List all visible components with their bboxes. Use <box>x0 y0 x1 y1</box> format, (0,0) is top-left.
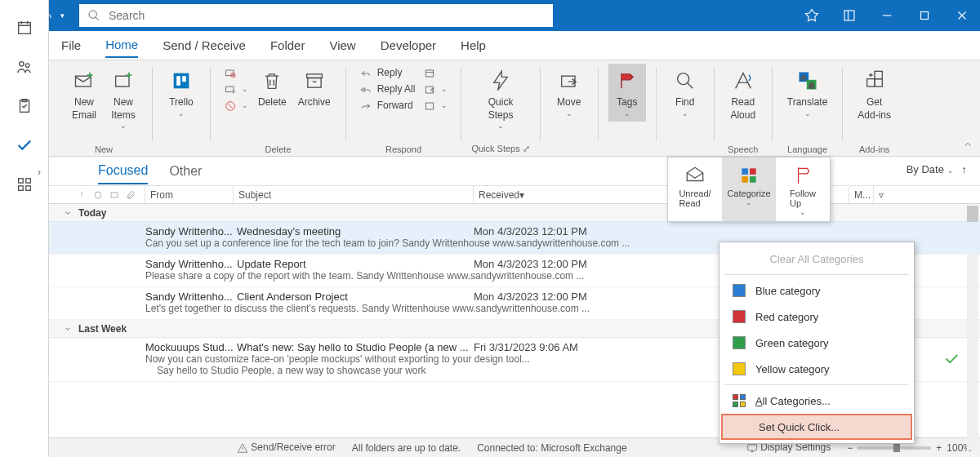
svg-rect-38 <box>750 168 756 175</box>
category-yellow[interactable]: Yellow category <box>719 356 914 382</box>
category-green[interactable]: Green category <box>719 330 914 356</box>
focused-other-tabs: Focused Other By Date ⌄ ↑ <box>49 157 980 186</box>
minimize-button[interactable] <box>869 0 905 31</box>
junk-button[interactable]: ⌄ <box>220 98 252 114</box>
svg-rect-37 <box>742 168 748 175</box>
ignore-button[interactable] <box>220 65 252 82</box>
new-items-button[interactable]: NewItems⌄ <box>105 64 142 135</box>
svg-rect-19 <box>226 87 234 92</box>
ribbon-tabs: File Home Send / Receive Folder View Dev… <box>0 31 980 60</box>
svg-point-35 <box>95 192 101 198</box>
svg-rect-41 <box>748 445 757 450</box>
title-bar: ▾ Search <box>0 0 980 31</box>
reply-all-button[interactable]: Reply All <box>356 82 419 98</box>
close-button[interactable] <box>944 0 980 31</box>
search-placeholder: Search <box>109 9 145 22</box>
group-addins-label: Add-ins <box>859 144 889 156</box>
col-subject[interactable]: Subject <box>234 186 474 203</box>
group-delete-label: Delete <box>265 144 291 156</box>
more-respond-button[interactable]: ⌄ <box>420 98 451 114</box>
search-box[interactable]: Search <box>79 4 553 27</box>
follow-up-button[interactable]: FollowUp⌄ <box>776 158 830 221</box>
group-today[interactable]: Today <box>49 204 980 222</box>
tab-developer[interactable]: Developer <box>381 33 436 57</box>
svg-text:A: A <box>800 73 806 82</box>
new-email-button[interactable]: NewEmail <box>65 64 103 125</box>
tab-other[interactable]: Other <box>169 159 202 184</box>
tab-focused[interactable]: Focused <box>98 158 148 184</box>
clean-up-button[interactable]: ⌄ <box>220 82 252 98</box>
ribbon: NewEmail NewItems⌄ New Trello⌄ ⌄ ⌄ <box>49 60 980 157</box>
group-quicksteps-label: Quick Steps ⤢ <box>471 144 529 156</box>
trello-button[interactable]: Trello⌄ <box>163 64 200 122</box>
svg-rect-36 <box>111 193 118 197</box>
svg-rect-22 <box>308 78 321 88</box>
importance-col-icon[interactable] <box>77 190 87 200</box>
group-speech-label: Speech <box>728 144 758 156</box>
svg-rect-24 <box>426 87 434 93</box>
svg-rect-33 <box>875 79 882 87</box>
expand-folder-pane-icon[interactable]: › <box>38 166 41 178</box>
tags-popup: Unread/Read Categorize⌄ FollowUp⌄ <box>667 157 831 222</box>
svg-text:あ: あ <box>808 82 815 89</box>
svg-rect-25 <box>426 103 434 109</box>
svg-rect-34 <box>875 71 882 78</box>
message-area: › Focused Other By Date ⌄ ↑ From Subject <box>49 157 980 437</box>
category-blue[interactable]: Blue category <box>719 277 914 304</box>
categorize-menu: Clear All Categories Blue category Red c… <box>719 242 915 444</box>
svg-rect-16 <box>182 76 186 82</box>
set-quick-click-item[interactable]: Set Quick Click... <box>721 414 912 440</box>
svg-rect-1 <box>844 11 854 20</box>
category-red[interactable]: Red category <box>719 304 914 330</box>
share-teams-button[interactable]: ⌄ <box>420 82 451 98</box>
icon-col-icon[interactable] <box>109 190 119 200</box>
nav-calendar-icon[interactable] <box>13 18 36 38</box>
tab-file[interactable]: File <box>61 33 81 57</box>
svg-rect-4 <box>18 23 30 34</box>
archive-button[interactable]: Archive <box>293 64 336 113</box>
tab-view[interactable]: View <box>329 33 355 57</box>
status-uptodate: All folders are up to date. <box>352 442 461 454</box>
reply-button[interactable]: Reply <box>356 65 419 82</box>
quick-steps-button[interactable]: QuickSteps⌄ <box>482 64 519 135</box>
read-aloud-button[interactable]: ReadAloud <box>724 64 762 125</box>
meeting-button[interactable] <box>420 65 451 82</box>
attachment-col-icon[interactable] <box>126 190 136 200</box>
tags-button[interactable]: Tags⌄ <box>608 64 646 122</box>
tab-home[interactable]: Home <box>105 33 138 58</box>
maximize-button[interactable] <box>906 0 942 31</box>
col-mentions[interactable]: M... <box>849 186 874 203</box>
svg-rect-15 <box>176 76 180 86</box>
categorize-button[interactable]: Categorize⌄ <box>722 158 776 221</box>
status-error[interactable]: Send/Receive error <box>237 441 336 454</box>
find-button[interactable]: Find⌄ <box>666 64 704 122</box>
col-from[interactable]: From <box>145 186 234 203</box>
all-categories-item[interactable]: All Categories... <box>719 388 914 414</box>
qat-dropdown-icon[interactable]: ▾ <box>60 11 65 20</box>
tab-folder[interactable]: Folder <box>270 33 305 57</box>
svg-rect-32 <box>866 79 874 87</box>
col-flag-icon[interactable]: ▿ <box>874 186 980 203</box>
premium-icon[interactable] <box>794 0 830 31</box>
svg-rect-40 <box>750 176 756 183</box>
sort-by-date[interactable]: By Date ⌄ <box>906 163 954 175</box>
translate-button[interactable]: AあTranslate⌄ <box>782 64 833 122</box>
collapse-ribbon-icon[interactable] <box>962 139 973 153</box>
flag-complete-icon[interactable] <box>942 349 960 370</box>
svg-rect-23 <box>426 70 434 77</box>
tab-help[interactable]: Help <box>461 33 486 57</box>
forward-button[interactable]: Forward <box>356 98 419 114</box>
delete-button[interactable]: Delete <box>253 64 292 113</box>
sort-ascending-icon[interactable]: ↑ <box>962 163 968 175</box>
svg-rect-14 <box>174 73 189 89</box>
get-addins-button[interactable]: GetAdd-ins <box>853 64 896 125</box>
status-connected: Connected to: Microsoft Exchange <box>477 442 626 454</box>
group-new-label: New <box>95 144 113 156</box>
svg-point-0 <box>89 11 96 18</box>
unread-read-button[interactable]: Unread/Read <box>668 158 722 221</box>
move-button[interactable]: Move⌄ <box>550 64 588 122</box>
tab-send-receive[interactable]: Send / Receive <box>163 33 246 57</box>
group-language-label: Language <box>787 144 827 156</box>
reminder-col-icon[interactable] <box>93 190 103 200</box>
window-mode-icon[interactable] <box>831 0 867 31</box>
